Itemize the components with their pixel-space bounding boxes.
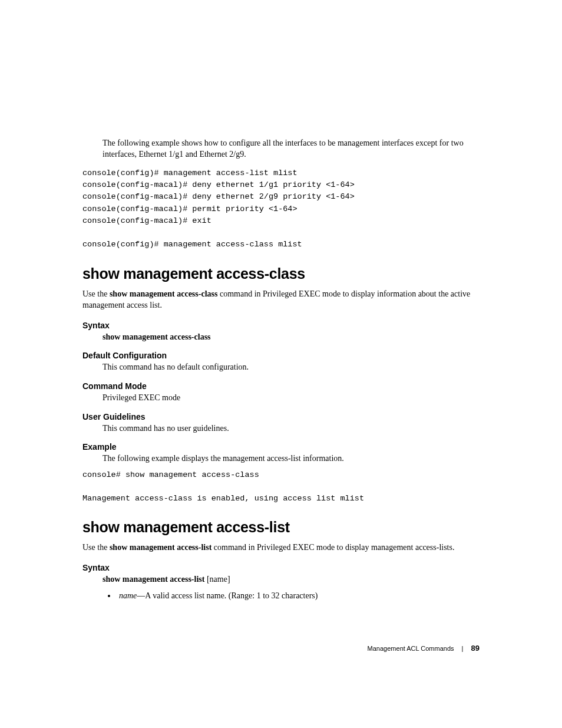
syntax-command: show management access-class [103, 332, 211, 341]
intro-paragraph: The following example shows how to confi… [103, 138, 480, 160]
syntax-body-2: show management access-list [name] [103, 574, 480, 585]
desc-text: Use the [82, 289, 110, 298]
default-configuration-body: This command has no default configuratio… [103, 361, 480, 373]
desc-command-bold: show management access-class [110, 289, 218, 298]
syntax-command-2: show management access-list [103, 575, 207, 584]
user-guidelines-label: User Guidelines [82, 412, 480, 421]
arg-desc: —A valid access list name. (Range: 1 to … [137, 591, 318, 600]
arg-name-italic: name [119, 591, 137, 600]
syntax-arg: [name] [207, 575, 230, 584]
desc-command-bold: show management access-list [110, 543, 211, 552]
page-number: 89 [471, 644, 480, 653]
section-heading-show-management-access-class: show management access-class [82, 265, 480, 282]
example-label: Example [82, 442, 480, 452]
command-mode-body: Privileged EXEC mode [103, 392, 480, 404]
syntax-arg-list: name—A valid access list name. (Range: 1… [103, 590, 480, 602]
code-block-example-1: console# show management access-class Ma… [82, 469, 480, 505]
footer-separator: | [462, 645, 464, 652]
desc-text: command in Privileged EXEC mode to displ… [211, 543, 454, 552]
code-block-1: console(config)# management access-list … [82, 167, 480, 251]
default-configuration-label: Default Configuration [82, 351, 480, 360]
list-item: name—A valid access list name. (Range: 1… [117, 590, 480, 602]
example-intro: The following example displays the manag… [103, 453, 480, 465]
section-heading-show-management-access-list: show management access-list [82, 519, 480, 536]
user-guidelines-body: This command has no user guidelines. [103, 423, 480, 434]
syntax-label: Syntax [82, 321, 480, 330]
document-page: The following example shows how to confi… [0, 0, 562, 601]
page-footer: Management ACL Commands | 89 [368, 644, 480, 653]
desc-text: Use the [82, 543, 110, 552]
section2-description: Use the show management access-list comm… [82, 542, 480, 554]
command-mode-label: Command Mode [82, 381, 480, 391]
footer-title: Management ACL Commands [368, 645, 454, 652]
syntax-body: show management access-class [103, 331, 480, 343]
section1-description: Use the show management access-class com… [82, 288, 480, 311]
syntax-label-2: Syntax [82, 563, 480, 572]
